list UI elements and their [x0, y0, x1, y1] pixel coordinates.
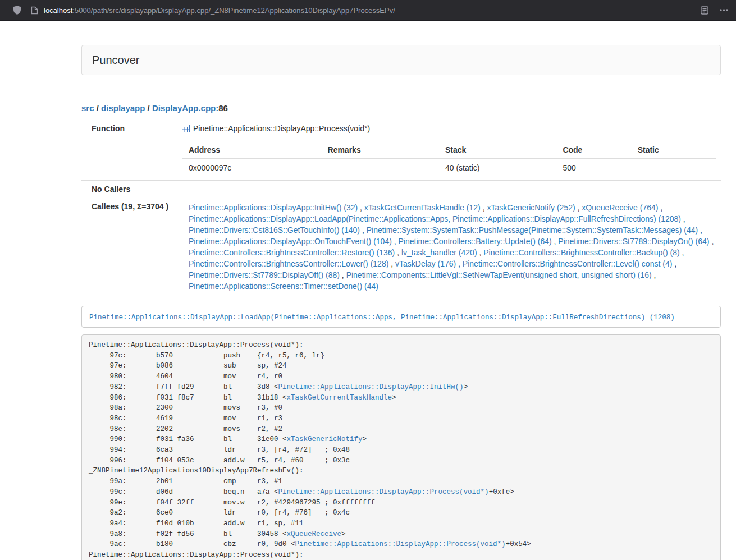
callee-link[interactable]: xQueueReceive (764) [582, 203, 658, 212]
stack-value: 40 (static) [438, 159, 556, 176]
callee-link[interactable]: lv_task_handler (420) [401, 248, 477, 257]
callee-link[interactable]: Pinetime::Controllers::BrightnessControl… [483, 248, 679, 257]
url-path: :5000/path/src/displayapp/DisplayApp.cpp… [72, 6, 395, 15]
callee-link[interactable]: Pinetime::Applications::DisplayApp::Init… [189, 203, 358, 212]
overflow-menu-icon[interactable] [720, 9, 728, 11]
breadcrumb-src[interactable]: src [81, 103, 94, 113]
page-title: Puncover [92, 53, 710, 67]
page-icon[interactable] [31, 6, 38, 15]
asm-symbol-link[interactable]: Pinetime::Applications::DisplayApp::Proc… [278, 488, 489, 496]
callee-link[interactable]: Pinetime::Controllers::BrightnessControl… [463, 259, 672, 268]
page-container: Puncover src / displayapp / DisplayApp.c… [81, 45, 721, 560]
remarks-value [321, 159, 438, 176]
callee-link[interactable]: Pinetime::Controllers::Battery::Update()… [399, 237, 552, 246]
shield-icon[interactable] [12, 5, 22, 15]
symbol-table: Function Pinetime::Applications::Display… [81, 120, 721, 296]
breadcrumb-file[interactable]: DisplayApp.cpp: [152, 103, 218, 113]
address-value: 0x0000097c [182, 159, 321, 176]
callee-link[interactable]: Pinetime::Drivers::Cst816S::GetTouchInfo… [189, 226, 360, 235]
callee-link[interactable]: Pinetime::Controllers::BrightnessControl… [189, 259, 388, 268]
function-details-table: Address Remarks Stack Code Static 0x0000… [182, 141, 716, 176]
asm-symbol-link[interactable]: xTaskGetCurrentTaskHandle [287, 394, 392, 402]
asm-symbol-link[interactable]: Pinetime::Applications::DisplayApp::Init… [278, 383, 464, 391]
breadcrumb-displayapp[interactable]: displayapp [101, 103, 145, 113]
divider [81, 91, 721, 91]
browser-toolbar: localhost:5000/path/src/displayapp/Displ… [0, 0, 736, 21]
callees-row: Callees (19, Σ=3704 ) Pinetime::Applicat… [81, 198, 721, 296]
function-label: Function [81, 120, 177, 137]
details-values-row: 0x0000097c 40 (static) 500 [182, 159, 716, 176]
callee-link[interactable]: Pinetime::Components::LittleVgl::SetNewT… [346, 270, 652, 279]
no-callers-row: No Callers [81, 181, 721, 198]
reader-view-icon[interactable] [701, 6, 708, 15]
callee-link[interactable]: Pinetime::Applications::DisplayApp::OnTo… [189, 237, 392, 246]
callees-list: Pinetime::Applications::DisplayApp::Init… [189, 202, 716, 292]
callee-link[interactable]: Pinetime::Drivers::St7789::DisplayOff() … [189, 270, 340, 279]
url-host: localhost [44, 6, 72, 15]
callees-label: Callees (19, Σ=3704 ) [81, 198, 177, 296]
col-header-address: Address [182, 141, 321, 159]
toolbar-right-group [701, 6, 728, 15]
breadcrumb: src / displayapp / DisplayApp.cpp:86 [81, 103, 721, 113]
function-details-row: Address Remarks Stack Code Static 0x0000… [81, 137, 721, 181]
static-value [631, 159, 716, 176]
function-type-icon [182, 125, 190, 132]
symbol-link[interactable]: Pinetime::Applications::DisplayApp::Load… [89, 314, 675, 322]
callee-link[interactable]: Pinetime::System::SystemTask::PushMessag… [367, 226, 698, 235]
callee-link[interactable]: Pinetime::Controllers::BrightnessControl… [189, 248, 395, 257]
no-callers-label: No Callers [81, 181, 177, 198]
assembly-listing: Pinetime::Applications::DisplayApp::Proc… [81, 334, 721, 560]
callee-link[interactable]: vTaskDelay (176) [395, 259, 456, 268]
breadcrumb-separator: / [145, 103, 152, 113]
code-value: 500 [556, 159, 630, 176]
callee-link[interactable]: xTaskGetCurrentTaskHandle (12) [364, 203, 481, 212]
callee-link[interactable]: Pinetime::Applications::Screens::Timer::… [189, 282, 378, 291]
asm-symbol-link[interactable]: Pinetime::Applications::DisplayApp::Proc… [295, 540, 506, 548]
col-header-stack: Stack [438, 141, 556, 159]
function-name: Pinetime::Applications::DisplayApp::Proc… [193, 124, 370, 133]
url-bar[interactable]: localhost:5000/path/src/displayapp/Displ… [31, 6, 701, 15]
asm-symbol-link[interactable]: xTaskGenericNotify [287, 435, 363, 443]
col-header-remarks: Remarks [321, 141, 438, 159]
url-text: localhost:5000/path/src/displayapp/Displ… [44, 6, 395, 15]
app-header-panel: Puncover [81, 45, 721, 75]
asm-symbol-link[interactable]: xQueueReceive [287, 530, 342, 538]
callee-link[interactable]: xTaskGenericNotify (252) [487, 203, 575, 212]
col-header-code: Code [556, 141, 630, 159]
breadcrumb-separator: / [94, 103, 102, 113]
callee-link[interactable]: Pinetime::Drivers::St7789::DisplayOn() (… [558, 237, 709, 246]
function-row: Function Pinetime::Applications::Display… [81, 120, 721, 137]
callee-link[interactable]: Pinetime::Applications::DisplayApp::Load… [189, 214, 681, 223]
col-header-static: Static [631, 141, 716, 159]
breadcrumb-line-number: 86 [218, 103, 228, 113]
symbol-link-box: Pinetime::Applications::DisplayApp::Load… [81, 306, 721, 328]
